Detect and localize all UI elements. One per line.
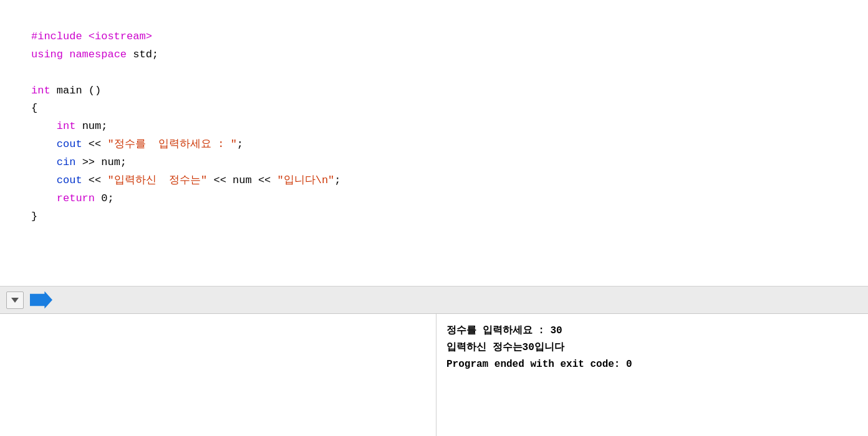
collapse-button[interactable] (6, 291, 24, 309)
output-text: 정수를 입력하세요 : 30 입력하신 정수는30입니다 Program end… (446, 323, 858, 374)
close-brace-line: } (31, 211, 37, 222)
cin-line: cin >> num; (31, 156, 127, 168)
chevron-down-icon (11, 298, 19, 303)
output-left-panel (0, 314, 436, 436)
output-line-3: Program ended with exit code: 0 (446, 356, 858, 373)
int-num-line: int num; (31, 120, 107, 132)
output-line-2: 입력하신 정수는30입니다 (446, 339, 858, 356)
code-content: #include <iostream> using namespace std;… (31, 10, 868, 226)
output-right-panel: 정수를 입력하세요 : 30 입력하신 정수는30입니다 Program end… (436, 314, 868, 436)
cout-line-2: cout << "입력하신 정수는" << num << "입니다\n"; (31, 174, 341, 186)
using-line: using namespace std; (31, 49, 158, 60)
main-signature-line: int main () (31, 85, 101, 97)
output-line-1: 정수를 입력하세요 : 30 (446, 323, 858, 339)
output-area: 정수를 입력하세요 : 30 입력하신 정수는30입니다 Program end… (0, 314, 868, 436)
return-line: return 0; (31, 192, 114, 204)
cout-line-1: cout << "정수를 입력하세요 : "; (31, 138, 243, 150)
run-button[interactable] (30, 291, 52, 309)
open-brace-line: { (31, 102, 37, 114)
code-editor: #include <iostream> using namespace std;… (0, 0, 868, 287)
include-line: #include <iostream> (31, 31, 152, 42)
toolbar (0, 287, 868, 314)
